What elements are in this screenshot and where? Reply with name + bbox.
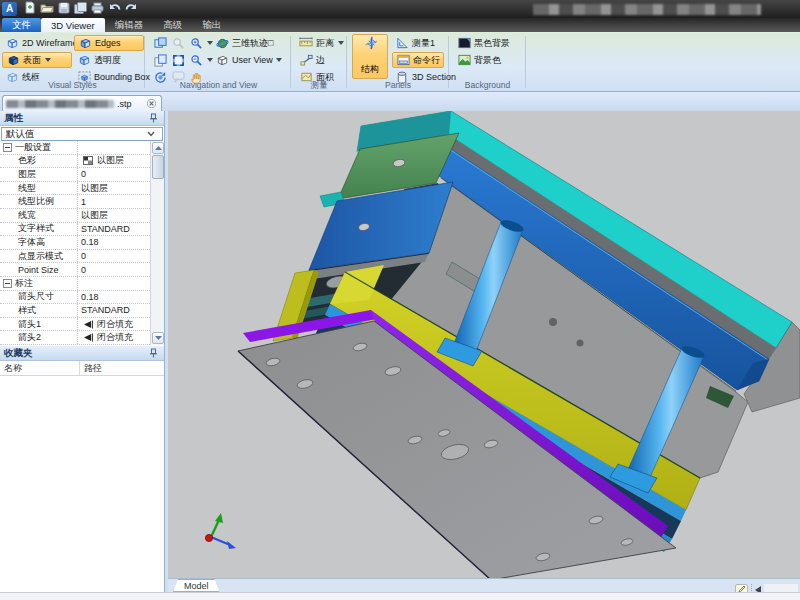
app-logo-icon[interactable]: A	[2, 2, 17, 16]
pin-icon[interactable]	[146, 346, 160, 360]
3d-model-canvas[interactable]	[168, 111, 800, 578]
property-row[interactable]: 字体高0.18	[0, 236, 150, 250]
property-group-row[interactable]: 一般设置	[0, 141, 150, 155]
button-三维轨迹□[interactable]: 三维轨迹□	[212, 35, 276, 51]
model-tab-label: Model	[184, 581, 209, 591]
button-Bounding Box[interactable]: Bounding Box	[74, 69, 144, 85]
property-row[interactable]: 样式STANDARD	[0, 304, 150, 318]
open-button[interactable]	[38, 1, 55, 16]
property-row[interactable]: 箭头1闭合填充	[0, 318, 150, 332]
button-User View[interactable]: User View	[212, 52, 286, 68]
pin-icon[interactable]	[146, 111, 160, 125]
button-zoom-window[interactable]	[168, 35, 188, 51]
property-group-row[interactable]: 标注	[0, 277, 150, 291]
property-grid-scrollbar[interactable]	[150, 141, 164, 345]
button-透明度[interactable]: 透明度	[74, 52, 144, 68]
property-row[interactable]: 图层0	[0, 168, 150, 182]
favorites-column-headers: 名称 路径	[0, 361, 164, 376]
property-row[interactable]: 线型比例1	[0, 195, 150, 209]
scroll-up-icon[interactable]	[152, 142, 164, 154]
left-panel: 属性 默认值 一般设置色彩以图层图层0线型以图层线型比例1线宽以图层文字样式ST…	[0, 111, 165, 592]
preset-dropdown[interactable]: 默认值	[1, 127, 163, 141]
button-命令行[interactable]: 命令行	[392, 52, 444, 68]
button-view-copy[interactable]	[150, 52, 170, 68]
button-结构[interactable]: 结构	[352, 34, 388, 79]
property-row[interactable]: 箭头2闭合填充	[0, 331, 150, 345]
cube-bbox-icon	[77, 70, 91, 84]
undo-button[interactable]	[106, 1, 123, 16]
cube-surface-icon	[6, 53, 20, 67]
rotate-3d-icon	[153, 70, 167, 84]
button-3D Section[interactable]: 3D Section	[392, 69, 459, 85]
measure-distance-icon	[299, 36, 313, 50]
save-button[interactable]	[55, 1, 72, 16]
property-row[interactable]: 点显示模式0	[0, 250, 150, 264]
color-swatch-icon	[81, 155, 95, 168]
sheet-tab-bar: Model	[168, 578, 800, 592]
button-边[interactable]: 边	[296, 52, 328, 68]
property-row[interactable]: 箭头尺寸0.18	[0, 291, 150, 305]
property-row[interactable]: 色彩以图层	[0, 155, 150, 169]
property-row[interactable]: 文字样式STANDARD	[0, 223, 150, 237]
orbit-globe-icon	[215, 36, 229, 50]
button-rotate-3d[interactable]	[150, 69, 170, 85]
property-row[interactable]: 线型以图层	[0, 182, 150, 196]
close-document-icon[interactable]	[144, 97, 158, 111]
button-黑色背景[interactable]: 黑色背景	[454, 35, 513, 51]
collapse-icon[interactable]	[3, 279, 12, 288]
ribbon-tab-3[interactable]: 高级	[153, 18, 192, 32]
tab-label: 3D Viewer	[51, 20, 95, 31]
button-线框[interactable]: 线框	[2, 69, 72, 85]
window-title-masked	[533, 4, 761, 15]
zoom-out-icon	[189, 53, 203, 67]
print-button[interactable]	[89, 1, 106, 16]
property-value: 以图层	[97, 155, 124, 168]
column-path[interactable]: 路径	[80, 362, 102, 375]
property-value: 以图层	[81, 209, 108, 222]
ribbon-tab-0[interactable]: 文件	[2, 18, 41, 32]
button-label: 三维轨迹□	[232, 37, 273, 50]
new-button[interactable]	[21, 0, 38, 15]
scroll-down-icon[interactable]	[152, 332, 164, 344]
button-comment[interactable]	[168, 69, 188, 85]
button-label: 测量1	[412, 37, 435, 50]
property-value: 0	[81, 251, 86, 261]
model-sheet-tab[interactable]: Model	[173, 579, 220, 592]
button-2D Wireframe[interactable]: 2D Wireframe	[2, 35, 72, 51]
save-as-button[interactable]	[72, 1, 89, 16]
document-tab[interactable]: .stp	[2, 95, 162, 111]
ribbon-tab-1[interactable]: 3D Viewer	[41, 18, 105, 32]
dropdown-caret-icon	[337, 41, 344, 45]
button-zoom-extents[interactable]	[168, 52, 188, 68]
3d-viewport[interactable]	[168, 111, 800, 578]
scrollbar-thumb[interactable]	[152, 155, 164, 179]
collapse-icon[interactable]	[3, 143, 12, 152]
button-label: 线框	[22, 71, 40, 84]
property-row[interactable]: 线宽以图层	[0, 209, 150, 223]
button-测量1[interactable]: 测量1	[392, 35, 438, 51]
property-value: STANDARD	[81, 224, 130, 234]
section-3d-icon	[395, 70, 409, 84]
property-row[interactable]: Point Size0	[0, 263, 150, 277]
properties-panel-header: 属性	[0, 111, 164, 126]
ribbon-tab-2[interactable]: 编辑器	[105, 18, 154, 32]
button-pan-view[interactable]	[150, 35, 170, 51]
button-hand-pan[interactable]	[186, 69, 206, 85]
dropdown-caret-icon	[44, 58, 51, 62]
button-表面[interactable]: 表面	[2, 52, 72, 68]
dna-icon	[363, 38, 377, 52]
column-name[interactable]: 名称	[0, 361, 80, 375]
dropdown-caret-icon	[276, 58, 283, 62]
property-value: 0.18	[81, 292, 99, 302]
property-value: 闭合填充	[97, 318, 133, 331]
button-距离[interactable]: 距离	[296, 35, 347, 51]
property-value: 0	[81, 169, 86, 179]
ribbon-tab-4[interactable]: 输出	[192, 18, 231, 32]
redo-button[interactable]	[123, 1, 140, 16]
button-面积[interactable]: 面积	[296, 69, 337, 85]
tab-label: 编辑器	[115, 19, 144, 32]
button-label: Edges	[95, 38, 121, 48]
property-value: 0	[81, 265, 86, 275]
button-背景色[interactable]: 背景色	[454, 52, 504, 68]
button-Edges[interactable]: Edges	[74, 35, 144, 51]
